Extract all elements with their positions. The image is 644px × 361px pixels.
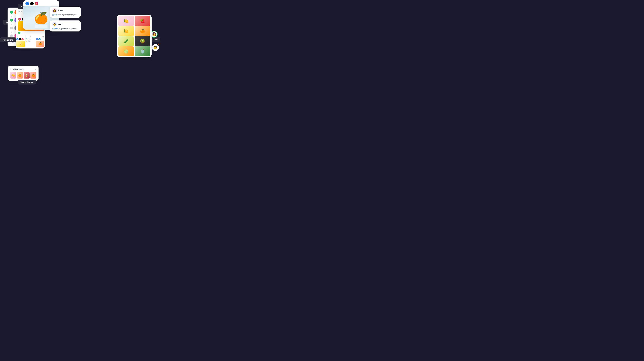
media-cell-4: 🍊 (134, 26, 150, 36)
upload-title-row: ⬆ Upload media (10, 68, 24, 70)
check-ingrid: ✓ (10, 19, 13, 22)
media-library-grid-card: 🍋 🍓 🍋 🍊 🥒 🥝 🍈 🥤 (117, 15, 152, 57)
posts-row: f ✕ ◎ 🍌 12:15 15:20 G in 🍊 (16, 38, 45, 47)
media-library-label: Media library (18, 80, 36, 85)
col-9: f ✕ ◎ 🍌 (16, 38, 26, 47)
line-1 (11, 16, 12, 17)
mark-message: @Anna all good let's schedule it. (52, 28, 78, 30)
feedback-bubble-mark: 👨 Mark @Anna all good let's schedule it. (50, 21, 81, 32)
upload-thumb-2: 🍊 (17, 72, 23, 79)
collab-person-2: 👨 (154, 46, 158, 50)
check-jack: ✓ (10, 11, 13, 14)
instagram-icon-1: ◎ (18, 18, 21, 21)
g-icon: G (36, 38, 38, 40)
week-grid: 9 10 11 (16, 35, 45, 38)
mark-user-row: 👨 Mark (52, 22, 78, 27)
ig-main-icon: ◎ (35, 2, 38, 5)
share-arrow-icon: ➤ (158, 43, 160, 45)
fb-icon-2: f (16, 38, 18, 40)
upload-close-button[interactable]: × (35, 68, 36, 70)
x-icon-2: ✕ (19, 38, 21, 40)
collab-avatar-1: 👩 (150, 31, 158, 38)
line-3 (11, 32, 12, 33)
day-10: 10 (26, 36, 35, 38)
fb-main-icon: f (26, 2, 29, 5)
upload-header: ⬆ Upload media × (10, 68, 36, 70)
media-grid: 🍋 🍓 🍋 🍊 🥒 🥝 🍈 🥤 (118, 16, 150, 56)
social-icons-row: f ✕ ◎ (23, 0, 59, 6)
x-main-icon: ✕ (30, 2, 34, 5)
upload-thumb-3: 🍺 (24, 72, 30, 79)
post-check-1: ✓ (18, 32, 20, 34)
publishing-label: Publishing (0, 38, 16, 42)
media-cell-7: 🍈 (118, 46, 134, 56)
check-samuel: · (10, 27, 13, 30)
media-cell-1: 🍋 (118, 16, 134, 26)
day-11: 11 (35, 36, 45, 38)
yellow-dot (26, 41, 27, 42)
col-11: G in 🍊 (35, 38, 45, 47)
line-2 (11, 24, 12, 25)
anna-message: @Mark is this post good to go? (52, 14, 78, 16)
anna-user-row: 👩 Anna (52, 8, 78, 13)
media-cell-8: 🥤 (134, 46, 150, 56)
collab-avatar-2: 👨 (152, 44, 159, 51)
media-cell-2: 🍓 (134, 16, 150, 26)
anna-avatar: 👩 (52, 8, 57, 13)
upload-icon: ⬆ (10, 68, 12, 70)
collab-person-1: 👩 (152, 32, 156, 36)
check-anne: · (10, 35, 13, 37)
upload-grid: 🍋 🍊 🍺 🍊 (10, 72, 36, 79)
ig-icon-2: ◎ (22, 38, 24, 40)
upload-media-card: ⬆ Upload media × 🍋 🍊 🍺 🍊 (8, 66, 38, 81)
blue-dot (26, 38, 27, 39)
media-cell-6: 🥝 (134, 36, 150, 46)
upload-thumb-4: 🍊 (30, 72, 36, 79)
media-cell-3: 🍋 (118, 26, 134, 36)
media-cell-5: 🥒 (118, 36, 134, 46)
upload-thumb-1: 🍋 (10, 72, 16, 79)
feedback-bubble-anna: 👩 Anna @Mark is this post good to go? (50, 7, 81, 18)
mark-avatar: 👨 (52, 22, 57, 27)
day-9: 9 (16, 36, 26, 38)
li-icon: in (38, 38, 40, 40)
col-10: 12:15 15:20 (26, 38, 35, 47)
